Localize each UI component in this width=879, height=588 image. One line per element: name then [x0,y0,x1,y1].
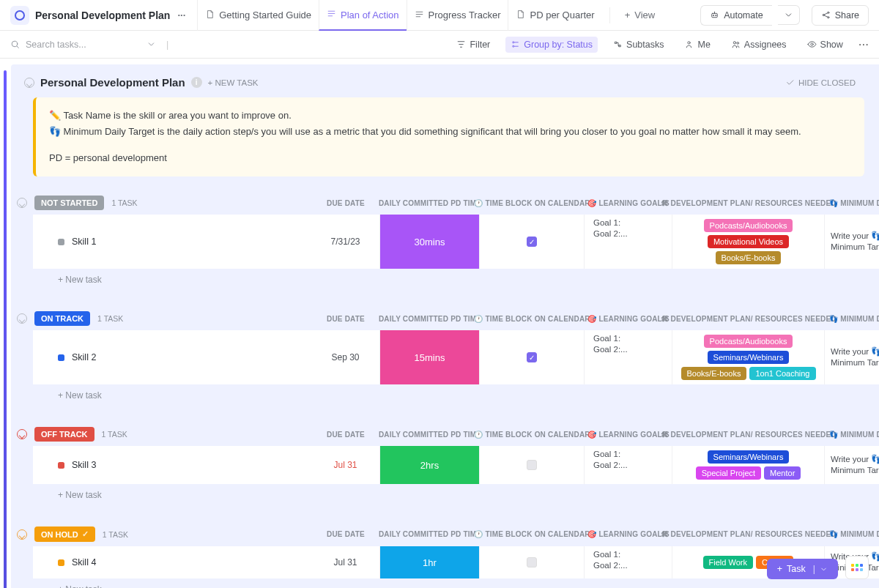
column-resources[interactable]: 🛠 DEVELOPMENT PLAN/ RESOURCES NEEDED [672,530,825,538]
column-pd-time[interactable]: DAILY COMMITTED PD TIME [380,431,480,439]
tab-getting-started-guide[interactable]: Getting Started Guide [197,0,319,31]
column-goals[interactable]: 🎯 LEARNING GOAL/S [585,199,672,207]
more-options-icon[interactable]: ··· [177,10,185,21]
due-date-cell[interactable]: Jul 31 [311,546,380,578]
group-by-button[interactable]: Group by: Status [505,37,598,53]
time-block-cell[interactable]: ✓ [480,330,585,384]
task-row[interactable]: Skill 2Sep 3015mins✓Goal 1:Goal 2:...Pod… [33,330,879,384]
column-min-target[interactable]: 👣 MINIMUM DAILY [825,530,879,538]
column-resources[interactable]: 🛠 DEVELOPMENT PLAN/ RESOURCES NEEDED [672,315,825,323]
column-goals[interactable]: 🎯 LEARNING GOAL/S [585,530,672,538]
task-name-cell[interactable]: Skill 4 [33,546,311,578]
due-date-cell[interactable]: Jul 31 [311,446,380,484]
column-time-block[interactable]: 🕐 TIME BLOCK ON CALENDAR [480,315,585,323]
pd-time-cell[interactable]: 30mins [380,215,480,269]
task-name-cell[interactable]: Skill 1 [33,215,311,269]
resource-tag[interactable]: Seminars/Webinars [708,450,790,464]
checkbox-icon[interactable] [527,460,537,470]
checkbox-icon[interactable]: ✓ [527,352,537,362]
goals-cell[interactable]: Goal 1:Goal 2:... [585,330,672,384]
resource-tag[interactable]: Podcasts/Audiobooks [704,219,793,232]
resource-tag[interactable]: Mentor [764,466,801,480]
task-name-cell[interactable]: Skill 2 [33,330,311,384]
column-goals[interactable]: 🎯 LEARNING GOAL/S [585,315,672,323]
column-due-date[interactable]: DUE DATE [311,431,380,439]
chevron-down-icon[interactable] [146,40,156,49]
checkbox-icon[interactable]: ✓ [527,237,537,247]
task-row[interactable]: Skill 4Jul 311hrGoal 1:Goal 2:...Field W… [33,546,879,578]
hide-closed-button[interactable]: HIDE CLOSED [785,78,856,87]
goals-cell[interactable]: Goal 1:Goal 2:... [585,546,672,578]
resource-tag[interactable]: Seminars/Webinars [708,351,790,364]
info-icon[interactable]: i [191,77,202,88]
resources-cell[interactable]: Podcasts/AudiobooksMotivational VideosBo… [672,215,825,269]
column-goals[interactable]: 🎯 LEARNING GOAL/S [585,431,672,439]
column-due-date[interactable]: DUE DATE [311,315,380,323]
group-collapse-toggle[interactable] [17,529,27,540]
tab-progress-tracker[interactable]: Progress Tracker [407,0,508,31]
column-due-date[interactable]: DUE DATE [311,199,380,207]
column-min-target[interactable]: 👣 MINIMUM DAILY [825,315,879,323]
column-time-block[interactable]: 🕐 TIME BLOCK ON CALENDAR [480,530,585,538]
add-task-button[interactable]: + New task [33,484,879,500]
add-task-button[interactable]: + New task [33,269,879,285]
resources-cell[interactable]: Seminars/WebinarsSpecial ProjectMentor [672,446,825,484]
new-task-button[interactable]: + NEW TASK [208,78,259,87]
status-pill[interactable]: NOT STARTED [34,196,104,210]
group-collapse-toggle[interactable] [17,198,27,208]
column-min-target[interactable]: 👣 MINIMUM DAILY [825,199,879,207]
resource-tag[interactable]: Motivational Videos [708,235,789,248]
group-collapse-toggle[interactable] [17,429,27,439]
collapse-toggle[interactable] [24,78,34,88]
resource-tag[interactable]: Special Project [696,466,761,480]
add-task-button[interactable]: + New task [33,578,879,588]
subtasks-button[interactable]: Subtasks [608,37,669,53]
search-input[interactable] [26,40,141,50]
add-task-button[interactable]: + New task [33,384,879,401]
show-button[interactable]: Show [802,37,848,53]
more-icon[interactable]: ··· [858,37,869,52]
group-collapse-toggle[interactable] [17,313,27,324]
column-resources[interactable]: 🛠 DEVELOPMENT PLAN/ RESOURCES NEEDED [672,199,825,207]
min-target-cell[interactable]: Write your 👣 Minimum Target here. [825,215,879,269]
task-row[interactable]: Skill 3Jul 312hrsGoal 1:Goal 2:...Semina… [33,446,879,484]
status-pill[interactable]: OFF TRACK [34,427,94,442]
column-time-block[interactable]: 🕐 TIME BLOCK ON CALENDAR [480,431,585,439]
filter-button[interactable]: Filter [451,37,495,53]
assignees-button[interactable]: Assignees [726,37,792,53]
task-name-cell[interactable]: Skill 3 [33,446,311,484]
due-date-cell[interactable]: Sep 30 [311,330,380,384]
automate-button[interactable]: Automate [700,5,772,26]
share-button[interactable]: Share [812,5,869,26]
column-min-target[interactable]: 👣 MINIMUM DAILY [825,431,879,439]
status-pill[interactable]: ON HOLD ✓ [34,526,95,542]
automate-dropdown[interactable] [778,5,800,25]
time-block-cell[interactable] [480,446,585,484]
min-target-cell[interactable]: Write your 👣 Minimum Target here. [825,330,879,384]
goals-cell[interactable]: Goal 1:Goal 2:... [585,446,672,484]
time-block-cell[interactable] [480,546,585,578]
column-resources[interactable]: 🛠 DEVELOPMENT PLAN/ RESOURCES NEEDED [672,431,825,439]
column-pd-time[interactable]: DAILY COMMITTED PD TIME [380,315,480,323]
resources-cell[interactable]: Podcasts/AudiobooksSeminars/WebinarsBook… [672,330,825,384]
min-target-cell[interactable]: Write your 👣 Minimum Target here. [825,446,879,484]
column-time-block[interactable]: 🕐 TIME BLOCK ON CALENDAR [480,199,585,207]
resource-tag[interactable]: Podcasts/Audiobooks [704,335,793,348]
pd-time-cell[interactable]: 2hrs [380,446,480,484]
workspace-logo[interactable] [10,6,29,25]
due-date-cell[interactable]: 7/31/23 [311,215,380,269]
resource-tag[interactable]: Books/E-books [681,367,747,380]
me-button[interactable]: Me [679,37,715,53]
resource-tag[interactable]: Field Work [703,556,753,569]
column-pd-time[interactable]: DAILY COMMITTED PD TIME [380,199,480,207]
pd-time-cell[interactable]: 1hr [380,546,480,578]
apps-button[interactable] [845,556,869,579]
add-view-button[interactable]: + View [617,0,663,31]
resource-tag[interactable]: Books/E-books [716,251,782,264]
goals-cell[interactable]: Goal 1:Goal 2:... [585,215,672,269]
time-block-cell[interactable]: ✓ [480,215,585,269]
new-task-floating-button[interactable]: + Task | [767,559,838,579]
task-row[interactable]: Skill 17/31/2330mins✓Goal 1:Goal 2:...Po… [33,215,879,269]
pd-time-cell[interactable]: 15mins [380,330,480,384]
column-pd-time[interactable]: DAILY COMMITTED PD TIME [380,530,480,538]
